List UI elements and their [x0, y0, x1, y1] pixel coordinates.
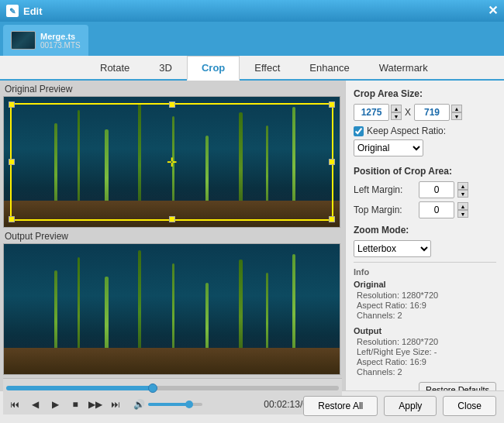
crop-handle-tl[interactable]: [9, 101, 15, 108]
window-title: Edit: [23, 5, 43, 17]
left-margin-label: Left Margin:: [354, 184, 414, 195]
close-button[interactable]: Close: [443, 396, 496, 416]
app-icon: ✎: [6, 5, 19, 17]
position-title: Position of Crop Area:: [354, 166, 496, 177]
zoom-mode-title: Zoom Mode:: [354, 225, 496, 236]
file-tab-sub: 00173.MTS: [40, 41, 81, 50]
restore-defaults-button[interactable]: Restore Defaults: [419, 382, 496, 390]
tab-3d[interactable]: 3D: [144, 56, 187, 79]
step-forward-button[interactable]: ▶▶: [87, 396, 104, 413]
left-margin-up[interactable]: ▲: [457, 182, 468, 190]
step-back-button[interactable]: ◀: [26, 396, 43, 413]
file-tab-merge[interactable]: Merge.ts 00173.MTS: [3, 25, 88, 56]
playback-area: ⏮ ◀ ▶ ■ ▶▶ ⏭ 🔊 00:02:13/00:05:08: [3, 378, 342, 414]
title-bar: ✎ Edit ✕: [0, 0, 504, 22]
original-preview-label: Original Preview: [3, 84, 342, 95]
seek-bar[interactable]: [6, 386, 339, 390]
out-ground: [4, 348, 340, 374]
original-resolution: Resolution: 1280*720: [354, 291, 496, 300]
skip-to-end-button[interactable]: ⏭: [107, 396, 124, 413]
tab-crop[interactable]: Crop: [187, 56, 240, 81]
main-content: Original Preview: [0, 81, 504, 390]
tab-enhance[interactable]: Enhance: [295, 56, 364, 79]
crop-size-row: ▲ ▼ X ▲ ▼: [354, 104, 496, 121]
top-margin-input[interactable]: [419, 201, 454, 218]
nav-tabs: Rotate 3D Crop Effect Enhance Watermark: [0, 56, 504, 81]
top-margin-up[interactable]: ▲: [457, 202, 468, 210]
crop-handle-tm[interactable]: [169, 101, 175, 108]
restore-all-button[interactable]: Restore All: [303, 396, 378, 416]
original-preview-section: Original Preview: [3, 84, 342, 228]
output-info-block: Output Resolution: 1280*720 Left/Right E…: [354, 326, 496, 377]
crop-handle-rm[interactable]: [329, 159, 335, 165]
tab-rotate[interactable]: Rotate: [85, 56, 144, 79]
volume-icon: 🔊: [133, 399, 145, 410]
output-channels: Channels: 2: [354, 367, 496, 377]
left-margin-row: Left Margin: ▲ ▼: [354, 181, 496, 198]
current-time: 00:02:13: [264, 399, 300, 410]
left-panel: Original Preview: [0, 81, 345, 390]
zoom-mode-section: Zoom Mode: Letterbox Pan & Scan Full: [354, 225, 496, 257]
original-info-label: Original: [354, 280, 496, 289]
close-window-button[interactable]: ✕: [488, 5, 498, 17]
output-video-scene: [4, 244, 340, 374]
crop-overlay[interactable]: ✛: [10, 103, 333, 221]
zoom-mode-select[interactable]: Letterbox Pan & Scan Full: [354, 240, 431, 257]
file-tab-name: Merge.ts: [40, 32, 81, 41]
crop-handle-bm[interactable]: [169, 216, 175, 222]
crop-handle-br[interactable]: [329, 216, 335, 222]
left-margin-spin: ▲ ▼: [457, 182, 468, 198]
width-spin: ▲ ▼: [391, 105, 402, 120]
keep-aspect-label[interactable]: Keep Aspect Ratio:: [367, 126, 446, 136]
width-up-button[interactable]: ▲: [391, 105, 402, 112]
file-tab-info: Merge.ts 00173.MTS: [40, 32, 81, 50]
left-margin-input[interactable]: [419, 181, 454, 198]
original-aspect: Aspect Ratio: 16:9: [354, 301, 496, 310]
output-preview-label: Output Preview: [3, 231, 342, 242]
output-aspect: Aspect Ratio: 16:9: [354, 357, 496, 366]
height-up-button[interactable]: ▲: [451, 105, 462, 112]
crop-width-input[interactable]: [354, 104, 389, 121]
title-bar-left: ✎ Edit: [6, 5, 43, 17]
top-margin-spin: ▲ ▼: [457, 202, 468, 218]
tab-effect[interactable]: Effect: [240, 56, 295, 79]
aspect-ratio-select[interactable]: Original 16:9 4:3 1:1: [354, 139, 423, 156]
file-thumb: [11, 31, 36, 50]
crop-handle-tr[interactable]: [329, 101, 335, 108]
aspect-ratio-row: Keep Aspect Ratio:: [354, 126, 496, 136]
output-resolution: Resolution: 1280*720: [354, 337, 496, 346]
apply-button[interactable]: Apply: [384, 396, 437, 416]
crop-height-input[interactable]: [414, 104, 450, 121]
width-down-button[interactable]: ▼: [391, 112, 402, 120]
play-button[interactable]: ▶: [47, 396, 64, 413]
top-margin-row: Top Margin: ▲ ▼: [354, 201, 496, 218]
clearfix: Restore Defaults: [354, 377, 496, 390]
crop-handle-lm[interactable]: [9, 159, 15, 165]
skip-to-start-button[interactable]: ⏮: [6, 396, 23, 413]
controls-row: ⏮ ◀ ▶ ■ ▶▶ ⏭ 🔊 00:02:13/00:05:08: [6, 396, 339, 413]
top-margin-label: Top Margin:: [354, 205, 414, 215]
output-eye-size: Left/Right Eye Size: -: [354, 347, 496, 356]
file-tabs-area: Merge.ts 00173.MTS: [0, 22, 88, 56]
size-separator: X: [405, 107, 411, 118]
volume-slider[interactable]: [148, 403, 202, 406]
output-preview-area[interactable]: [3, 243, 340, 375]
tab-watermark[interactable]: Watermark: [364, 56, 443, 79]
original-preview-area[interactable]: ✛: [3, 96, 340, 228]
left-margin-down[interactable]: ▼: [457, 190, 468, 198]
volume-area: 🔊: [133, 399, 202, 410]
output-info-label: Output: [354, 326, 496, 335]
output-preview-section: Output Preview: [3, 231, 342, 375]
height-spin: ▲ ▼: [451, 105, 462, 120]
original-channels: Channels: 2: [354, 311, 496, 320]
stop-button[interactable]: ■: [67, 396, 84, 413]
right-panel: Crop Area Size: ▲ ▼ X ▲ ▼ Keep Aspect Ra…: [345, 81, 504, 390]
info-section: Info Original Resolution: 1280*720 Aspec…: [354, 262, 496, 390]
info-title: Info: [354, 262, 496, 277]
crop-area-size-title: Crop Area Size:: [354, 88, 496, 99]
keep-aspect-checkbox[interactable]: [354, 126, 364, 136]
height-down-button[interactable]: ▼: [451, 112, 462, 120]
crop-crosshair: ✛: [167, 155, 177, 170]
top-margin-down[interactable]: ▼: [457, 210, 468, 218]
crop-handle-bl[interactable]: [9, 216, 15, 222]
